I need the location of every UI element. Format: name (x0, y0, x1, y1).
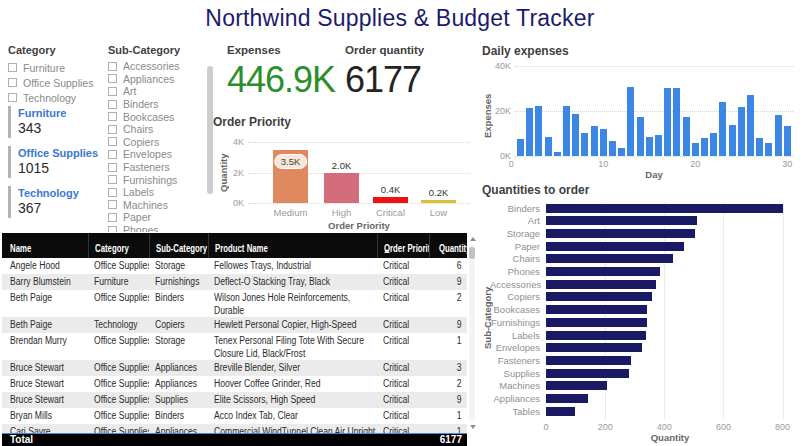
table-header-cell[interactable]: Order Priority (377, 233, 429, 258)
checkbox-icon[interactable] (108, 74, 117, 83)
subcategory-item-label[interactable]: Chairs (123, 123, 153, 135)
checkbox-icon[interactable] (108, 125, 117, 134)
daily-bar-day-8[interactable] (581, 133, 588, 156)
quantity-bar-machines[interactable] (546, 381, 607, 390)
daily-bar-day-2[interactable] (526, 108, 533, 156)
subcategory-item-label[interactable]: Envelopes (123, 148, 172, 160)
subcategory-item[interactable]: Copiers (108, 136, 210, 149)
daily-bar-day-7[interactable] (572, 114, 579, 156)
table-row[interactable]: Beth PaigeOffice SuppliesBindersWilson J… (2, 290, 467, 317)
checkbox-icon[interactable] (8, 63, 17, 72)
priority-bar-critical[interactable] (373, 197, 408, 203)
quantity-bar-labels[interactable] (546, 331, 646, 340)
quantity-bar-art[interactable] (546, 216, 697, 225)
table-row[interactable]: Brendan MurryOffice SuppliesStorageTenex… (2, 333, 467, 360)
category-item[interactable]: Office Supplies (8, 75, 104, 90)
checkbox-icon[interactable] (108, 200, 117, 209)
daily-bar-day-14[interactable] (637, 117, 644, 156)
subcategory-item[interactable]: Envelopes (108, 148, 210, 161)
daily-bar-day-18[interactable] (673, 88, 680, 156)
table-row[interactable]: Bruce StewartOffice SuppliesAppliancesHo… (2, 376, 467, 392)
quantity-bar-paper[interactable] (546, 242, 684, 251)
quantity-bar-fasteners[interactable] (546, 356, 631, 365)
scrollbar-track[interactable] (469, 245, 475, 421)
subcategory-item[interactable]: Chairs (108, 123, 210, 136)
daily-bar-day-11[interactable] (609, 141, 616, 156)
daily-bar-day-3[interactable] (535, 106, 542, 156)
checkbox-icon[interactable] (108, 62, 117, 71)
quantity-bar-supplies[interactable] (546, 369, 629, 378)
category-item[interactable]: Technology (8, 90, 104, 105)
checkbox-icon[interactable] (8, 78, 17, 87)
category-item[interactable]: Furniture (8, 60, 104, 75)
table-row[interactable]: Bruce StewartOffice SuppliesAppliancesBr… (2, 360, 467, 376)
checkbox-icon[interactable] (108, 100, 117, 109)
category-item-label[interactable]: Office Supplies (23, 77, 93, 89)
subcategory-item-label[interactable]: Copiers (123, 136, 159, 148)
category-item-label[interactable]: Technology (23, 92, 76, 104)
subcategory-item-label[interactable]: Phones (123, 224, 159, 232)
subcategory-item[interactable]: Bookcases (108, 110, 210, 123)
daily-bar-day-1[interactable] (517, 139, 524, 156)
checkbox-icon[interactable] (8, 93, 17, 102)
daily-bar-day-22[interactable] (710, 133, 717, 156)
scrollbar-thumb[interactable] (469, 247, 475, 259)
quantity-bar-copiers[interactable] (546, 292, 652, 301)
checkbox-icon[interactable] (108, 188, 117, 197)
priority-bar-low[interactable] (421, 200, 456, 203)
daily-bar-day-30[interactable] (784, 126, 791, 156)
daily-bar-day-15[interactable] (646, 137, 653, 156)
quantity-bar-bookcases[interactable] (546, 305, 647, 314)
quantity-bar-accessories[interactable] (546, 280, 656, 289)
daily-bar-day-24[interactable] (729, 125, 736, 156)
daily-bar-day-12[interactable] (618, 148, 625, 156)
priority-bar-high[interactable] (324, 173, 359, 204)
daily-bar-day-6[interactable] (563, 106, 570, 156)
daily-bar-day-25[interactable] (738, 107, 745, 156)
table-row[interactable]: Bruce StewartOffice SuppliesSuppliesElit… (2, 392, 467, 408)
daily-bar-day-10[interactable] (600, 129, 607, 156)
table-row[interactable]: Bryan MillsOffice SuppliesBindersAcco In… (2, 408, 467, 424)
checkbox-icon[interactable] (108, 112, 117, 121)
daily-bar-day-19[interactable] (683, 117, 690, 156)
quantity-bar-envelopes[interactable] (546, 343, 642, 352)
checkbox-icon[interactable] (108, 175, 117, 184)
subcategory-item-label[interactable]: Accessories (123, 60, 180, 72)
quantity-bar-storage[interactable] (546, 229, 695, 238)
daily-bar-day-21[interactable] (701, 138, 708, 156)
daily-bar-day-27[interactable] (756, 138, 763, 156)
daily-bar-day-28[interactable] (765, 143, 772, 156)
subcategory-item-label[interactable]: Bookcases (123, 111, 174, 123)
checkbox-icon[interactable] (108, 150, 117, 159)
subcategory-item-label[interactable]: Appliances (123, 73, 174, 85)
subcategory-item[interactable]: Art (108, 85, 210, 98)
table-header-cell[interactable]: Category (88, 233, 149, 258)
daily-bar-day-13[interactable] (627, 87, 634, 156)
table-row[interactable]: Cari SayreOffice SuppliesAppliancesComme… (2, 424, 467, 433)
quantity-bar-appliances[interactable] (546, 394, 588, 403)
scroll-down-icon[interactable] (470, 425, 476, 429)
table-scrollbar[interactable] (468, 235, 478, 431)
subcategory-item-label[interactable]: Binders (123, 98, 159, 110)
subcategory-item-label[interactable]: Machines (123, 199, 168, 211)
checkbox-icon[interactable] (108, 137, 117, 146)
subcategory-item-label[interactable]: Furnishings (123, 174, 177, 186)
checkbox-icon[interactable] (108, 87, 117, 96)
table-header-cell[interactable]: Name (2, 233, 88, 258)
quantity-bar-tables[interactable] (546, 407, 575, 416)
daily-bar-day-23[interactable] (719, 102, 726, 156)
subcategory-item[interactable]: Accessories (108, 60, 210, 73)
table-row[interactable]: Beth PaigeTechnologyCopiersHewlett Perso… (2, 317, 467, 333)
subcategory-item-label[interactable]: Fasteners (123, 161, 170, 173)
daily-bar-day-4[interactable] (545, 137, 552, 156)
daily-bar-day-16[interactable] (655, 135, 662, 156)
checkbox-icon[interactable] (108, 163, 117, 172)
subcategory-item-label[interactable]: Art (123, 85, 136, 97)
subcategory-item-label[interactable]: Labels (123, 186, 154, 198)
table-header-cell[interactable]: Sub-Category (149, 233, 208, 258)
table-header-cell[interactable]: Product Name (208, 233, 377, 258)
table-header-cell[interactable]: Quantity (429, 233, 467, 258)
quantity-bar-binders[interactable] (546, 204, 783, 213)
subcategory-item-label[interactable]: Paper (123, 211, 151, 223)
table-row[interactable]: Barry BlumsteinFurnitureFurnishingsDefle… (2, 274, 467, 290)
